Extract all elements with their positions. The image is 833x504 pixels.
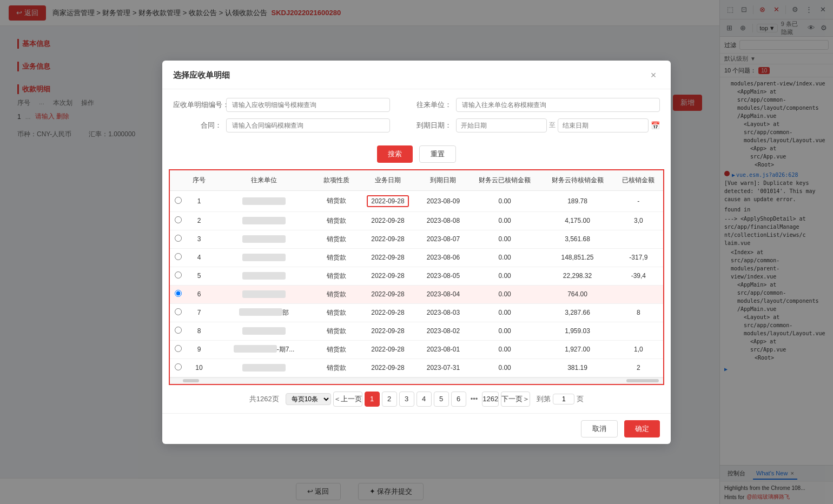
page-4-button[interactable]: 4: [416, 392, 432, 407]
th-due-date: 到期日期: [418, 170, 468, 191]
cell-pending: 148,851.25: [541, 248, 613, 267]
due-date-end-input[interactable]: [558, 118, 649, 132]
cell-type: 销货款: [316, 248, 358, 267]
dialog-form: 应收单明细编号： 往来单位： 合同： 到期日期： 至 📅: [162, 89, 671, 141]
dialog: 选择应收单明细 × 应收单明细编号： 往来单位： 合同： 到期日期： 至: [162, 61, 671, 444]
cell-pending: 189.78: [541, 190, 613, 211]
cell-partner: xxxxxxxxxx: [212, 190, 316, 211]
partner-row: 往来单位：: [403, 98, 660, 112]
cell-due-date: 2023-08-02: [418, 322, 468, 340]
prev-page-button[interactable]: ＜上一页: [333, 392, 362, 407]
cell-due-date: 2023-08-09: [418, 190, 468, 211]
cell-biz-date: 2022-09-28: [358, 211, 418, 230]
cell-no: 9: [186, 340, 212, 359]
row-radio[interactable]: [175, 271, 182, 278]
row-radio[interactable]: [175, 216, 182, 223]
search-button[interactable]: 搜索: [377, 145, 413, 163]
due-date-start-input[interactable]: [456, 118, 547, 132]
contract-input[interactable]: [226, 118, 390, 132]
cell-settled: 0.00: [468, 248, 541, 267]
row-radio[interactable]: [175, 235, 182, 242]
cell-biz-date: 2022-09-28: [358, 267, 418, 285]
page-3-button[interactable]: 3: [399, 392, 414, 407]
cell-due-date: 2023-08-05: [418, 267, 468, 285]
contract-row: 合同：: [173, 118, 390, 132]
partner-input[interactable]: [456, 98, 660, 112]
contract-label: 合同：: [173, 121, 222, 130]
total-pages: 共1262页: [249, 394, 279, 404]
page-unit: 页: [577, 394, 584, 404]
cell-settled: 0.00: [468, 322, 541, 340]
next-page-button[interactable]: 下一页＞: [501, 392, 530, 407]
page-6-button[interactable]: 6: [451, 392, 466, 407]
row-radio[interactable]: [175, 290, 182, 297]
cell-partner: xxxxxxxxxx: [212, 359, 316, 377]
cell-due-date: 2023-08-08: [418, 211, 468, 230]
cell-cleared: 1,0: [614, 340, 663, 359]
cell-type: 销货款: [316, 340, 358, 359]
due-date-row: 到期日期： 至 📅: [403, 118, 660, 132]
cell-pending: 381.19: [541, 359, 613, 377]
page-1-button[interactable]: 1: [365, 392, 380, 407]
cell-no: 6: [186, 285, 212, 303]
reset-button[interactable]: 重置: [419, 145, 456, 163]
cell-cleared: [614, 230, 663, 248]
cell-no: 3: [186, 230, 212, 248]
cell-no: 1: [186, 190, 212, 211]
row-radio[interactable]: [175, 308, 182, 315]
cell-pending: 3,287.66: [541, 303, 613, 322]
cell-settled: 0.00: [468, 211, 541, 230]
th-pending: 财务云待核销金额: [541, 170, 613, 191]
row-radio[interactable]: [175, 363, 182, 370]
cell-cleared: [614, 285, 663, 303]
row-radio[interactable]: [175, 197, 182, 204]
cell-type: 销货款: [316, 211, 358, 230]
dialog-close-button[interactable]: ×: [647, 69, 660, 82]
cell-type: 销货款: [316, 322, 358, 340]
cell-pending: 764.00: [541, 285, 613, 303]
cell-type: 销货款: [316, 359, 358, 377]
cell-no: 2: [186, 211, 212, 230]
th-type: 款项性质: [316, 170, 358, 191]
detail-no-input[interactable]: [226, 98, 390, 112]
cell-partner: -期7...-期7...: [212, 340, 316, 359]
table-row: 3xxxxxxxxxx销货款2022-09-282023-08-070.003,…: [170, 230, 663, 248]
confirm-button[interactable]: 确定: [624, 420, 660, 437]
date-range: 至 📅: [456, 118, 660, 132]
cell-no: 4: [186, 248, 212, 267]
cell-biz-date: 2022-09-28: [358, 303, 418, 322]
cell-no: 8: [186, 322, 212, 340]
row-radio[interactable]: [175, 327, 182, 334]
due-date-label: 到期日期：: [403, 121, 452, 130]
cell-biz-date: 2022-09-28: [358, 230, 418, 248]
cell-biz-date: 2022-09-28: [358, 285, 418, 303]
cancel-button[interactable]: 取消: [581, 420, 618, 437]
cell-pending: 1,959.03: [541, 322, 613, 340]
cell-biz-date: 2022-09-28: [358, 359, 418, 377]
cell-cleared: -: [614, 190, 663, 211]
cell-due-date: 2023-08-06: [418, 248, 468, 267]
table-row: 7部部销货款2022-09-282023-08-030.003,287.668: [170, 303, 663, 322]
row-radio[interactable]: [175, 345, 182, 352]
calendar-icon: 📅: [651, 121, 660, 130]
table-row: 9-期7...-期7...销货款2022-09-282023-08-010.00…: [170, 340, 663, 359]
goto-input[interactable]: [553, 394, 574, 404]
cell-type: 销货款: [316, 190, 358, 211]
cell-due-date: 2023-08-01: [418, 340, 468, 359]
data-table: 序号 往来单位 款项性质 业务日期 到期日期 财务云已核销金额 财务云待核销金额…: [170, 170, 663, 377]
last-page-button[interactable]: 1262: [482, 392, 499, 407]
cell-settled: 0.00: [468, 190, 541, 211]
cell-settled: 0.00: [468, 359, 541, 377]
page-2-button[interactable]: 2: [382, 392, 397, 407]
th-cleared: 已核销金额: [614, 170, 663, 191]
page-size-select[interactable]: 每页10条 每页20条 每页50条: [286, 393, 331, 405]
page-5-button[interactable]: 5: [434, 392, 449, 407]
dialog-header: 选择应收单明细 ×: [162, 61, 671, 89]
cell-partner: xxxxxxxxxx: [212, 230, 316, 248]
partner-label: 往来单位：: [403, 100, 452, 110]
cell-settled: 0.00: [468, 285, 541, 303]
row-radio[interactable]: [175, 253, 182, 260]
pagination: 共1262页 每页10条 每页20条 每页50条 ＜上一页 1 2 3 4 5 …: [162, 385, 671, 413]
cell-no: 5: [186, 267, 212, 285]
th-no: 序号: [186, 170, 212, 191]
